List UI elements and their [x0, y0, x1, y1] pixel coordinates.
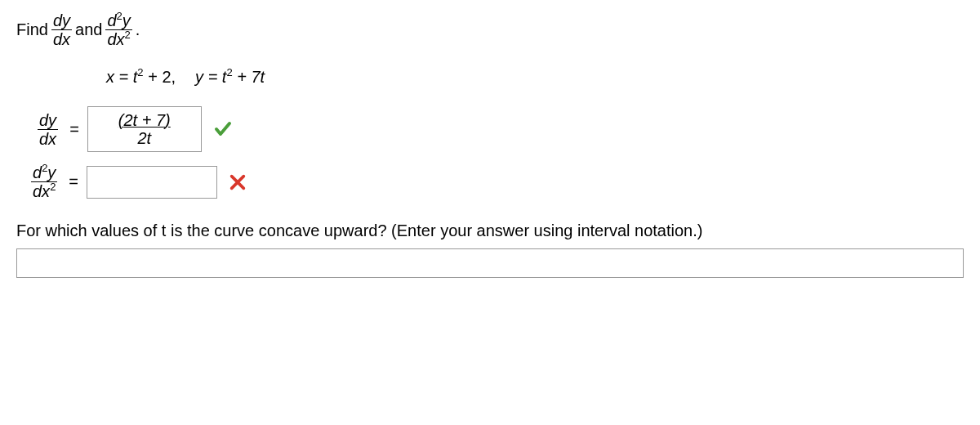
dx2-denominator: dx2	[105, 29, 131, 48]
concave-prompt: For which values of t is the curve conca…	[16, 221, 964, 240]
answer-numerator: (2t + 7)	[117, 111, 172, 129]
equals-sign: =	[69, 120, 79, 139]
second-derivative-answer[interactable]	[87, 166, 217, 199]
dy-numerator: dy	[51, 11, 72, 29]
first-derivative-row: dy dx = (2t + 7) 2t	[34, 106, 964, 152]
parametric-equations: x = t2 + 2, y = t2 + 7t	[106, 68, 964, 87]
equals-sign: =	[69, 172, 78, 191]
period: .	[136, 20, 140, 39]
dy-dx-fraction: dy dx	[51, 11, 72, 48]
find-text: Find	[16, 20, 48, 39]
x-equation: x = t2 + 2,	[106, 68, 176, 87]
answer-denominator: 2t	[136, 129, 153, 147]
d2y-numerator: d2y	[105, 11, 131, 29]
d2y-dx2-fraction: d2y dx2	[105, 11, 131, 48]
problem-header: Find dy dx and d2y dx2 .	[16, 11, 964, 48]
interval-answer[interactable]	[16, 248, 964, 278]
y-equation: y = t2 + 7t	[195, 68, 265, 87]
second-derivative-row: d2y dx2 =	[28, 163, 964, 200]
dx-denominator: dx	[51, 29, 72, 48]
cross-icon	[229, 173, 247, 191]
answer-fraction: (2t + 7) 2t	[117, 111, 172, 147]
d2y-dx2-label: d2y dx2	[31, 163, 57, 200]
and-text: and	[75, 20, 102, 39]
first-derivative-answer[interactable]: (2t + 7) 2t	[87, 106, 202, 152]
dy-dx-label: dy dx	[38, 111, 58, 148]
check-icon	[213, 119, 233, 139]
